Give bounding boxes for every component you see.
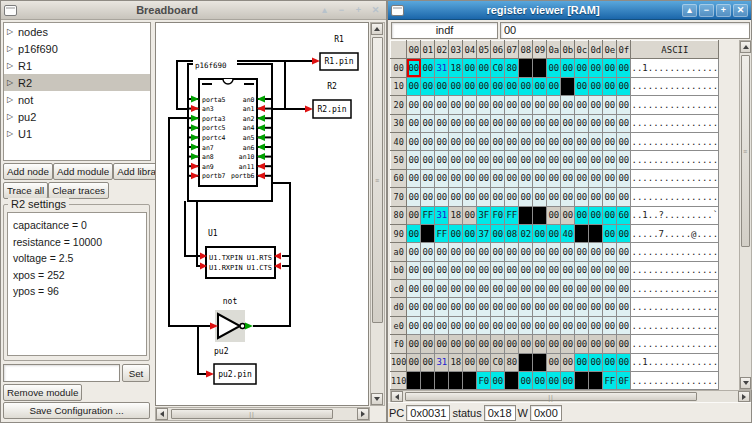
register-cell[interactable]: 00 [589,77,603,95]
register-cell[interactable]: 00 [407,224,421,242]
register-cell[interactable]: 00 [603,298,617,316]
register-cell[interactable]: 00 [561,188,575,206]
register-cell[interactable]: 00 [449,224,463,242]
u1-box[interactable] [206,247,275,278]
expander-triangle-icon[interactable]: ▷ [7,78,18,87]
register-cell[interactable]: 00 [519,188,533,206]
scroll-right-icon[interactable] [357,408,369,420]
register-cell[interactable]: 00 [407,114,421,132]
register-cell[interactable]: 00 [603,132,617,150]
register-cell[interactable]: 00 [421,114,435,132]
register-cell[interactable]: 00 [435,151,449,169]
pin-arrow-icon[interactable] [191,115,199,122]
register-cell[interactable]: 00 [407,243,421,261]
register-cell[interactable]: 00 [589,59,603,77]
register-cell[interactable]: 00 [547,280,561,298]
register-cell[interactable]: 00 [519,96,533,114]
set-button[interactable]: Set [122,364,150,382]
scroll-right-icon[interactable] [738,391,750,402]
register-cell[interactable]: 00 [617,261,631,279]
pin-arrow-icon[interactable] [191,96,199,103]
register-cell[interactable]: 00 [463,114,477,132]
add-module-button[interactable]: Add module [53,163,113,180]
register-cell[interactable]: 00 [491,114,505,132]
canvas-hscrollbar[interactable]: || [155,407,370,421]
register-cell[interactable]: F0 [491,206,505,224]
register-cell[interactable]: 00 [421,335,435,353]
register-cell[interactable]: 00 [603,114,617,132]
register-cell[interactable]: 00 [519,151,533,169]
register-cell[interactable]: 00 [491,169,505,187]
register-cell[interactable]: 00 [603,188,617,206]
register-cell[interactable]: 00 [617,132,631,150]
register-cell[interactable]: 00 [407,298,421,316]
register-cell[interactable]: 00 [519,335,533,353]
register-cell[interactable]: 00 [505,261,519,279]
register-cell[interactable] [407,372,421,390]
register-cell[interactable]: 00 [449,298,463,316]
register-cell[interactable]: 00 [603,243,617,261]
register-cell[interactable]: 00 [491,77,505,95]
register-cell[interactable]: 00 [407,353,421,371]
register-cell[interactable]: 00 [435,169,449,187]
register-cell[interactable]: 00 [463,151,477,169]
register-cell[interactable]: 00 [561,280,575,298]
scroll-up-icon[interactable] [740,41,751,53]
register-cell[interactable]: 00 [533,335,547,353]
register-cell[interactable]: 00 [617,96,631,114]
clear-traces-button[interactable]: Clear traces [48,182,109,199]
register-cell[interactable]: 00 [421,316,435,334]
attribute-list[interactable]: capacitance = 0resistance = 10000voltage… [7,212,147,356]
canvas-vscroll-thumb[interactable]: ≡ [372,37,383,323]
register-cell[interactable]: 00 [463,261,477,279]
attribute-entry[interactable] [3,364,120,382]
register-cell[interactable]: 00 [547,353,561,371]
register-cell[interactable]: 00 [617,280,631,298]
register-cell[interactable]: 00 [435,261,449,279]
register-cell[interactable]: 00 [421,243,435,261]
scroll-up-icon[interactable] [371,23,383,35]
register-cell[interactable]: 00 [561,114,575,132]
pin-arrow-icon[interactable] [191,153,199,160]
register-cell[interactable]: 00 [407,132,421,150]
register-cell[interactable]: C0 [491,59,505,77]
register-cell[interactable]: 00 [421,96,435,114]
register-cell[interactable]: 00 [617,77,631,95]
register-cell[interactable]: 00 [589,96,603,114]
register-cell[interactable]: 00 [617,316,631,334]
register-cell[interactable]: 00 [547,261,561,279]
register-cell[interactable]: 00 [533,114,547,132]
register-cell[interactable]: 00 [505,280,519,298]
register-cell[interactable]: 00 [561,132,575,150]
register-cell[interactable]: 02 [519,224,533,242]
register-cell[interactable]: 00 [533,77,547,95]
register-cell[interactable]: 00 [533,224,547,242]
register-value-entry[interactable]: 00 [500,22,750,39]
maximize-button[interactable]: + [716,4,731,17]
register-cell[interactable]: 00 [561,353,575,371]
register-cell[interactable]: 00 [463,206,477,224]
register-cell[interactable] [589,372,603,390]
register-cell[interactable]: 00 [477,151,491,169]
expander-triangle-icon[interactable]: ▷ [7,95,18,104]
register-cell[interactable]: 00 [533,169,547,187]
pin-arrow-icon[interactable] [257,172,265,179]
register-cell[interactable]: 00 [589,261,603,279]
register-cell[interactable]: 00 [477,316,491,334]
register-cell[interactable]: 00 [547,96,561,114]
register-cell[interactable]: 00 [491,188,505,206]
register-cell[interactable]: 00 [561,96,575,114]
register-cell[interactable]: 00 [589,151,603,169]
register-cell[interactable]: 00 [449,261,463,279]
register-cell[interactable]: 00 [449,151,463,169]
register-cell[interactable]: 00 [519,280,533,298]
register-cell[interactable]: 00 [477,353,491,371]
pin-arrow-icon[interactable] [257,105,265,112]
register-cell[interactable]: 00 [435,243,449,261]
register-cell[interactable]: 00 [477,114,491,132]
register-cell[interactable]: 00 [519,169,533,187]
close-button[interactable]: ✕ [368,4,383,17]
remove-module-button[interactable]: Remove module [3,384,82,401]
register-cell[interactable]: 00 [505,188,519,206]
expander-triangle-icon[interactable]: ▷ [7,27,18,36]
